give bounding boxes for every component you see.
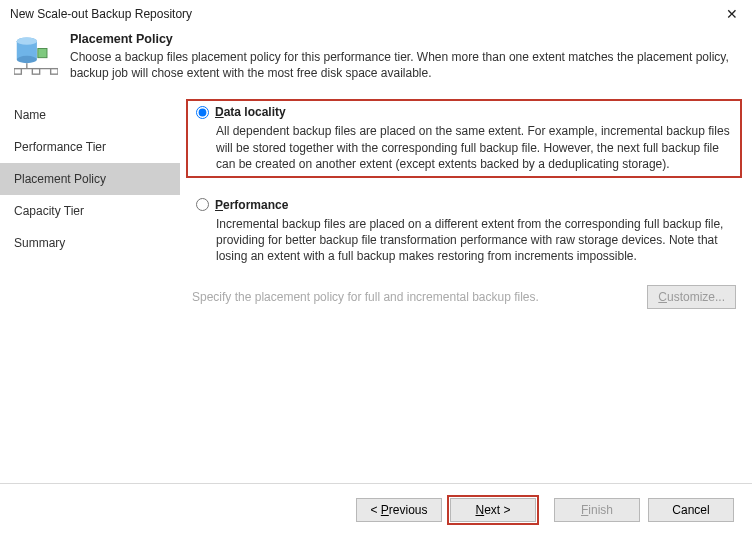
- svg-point-3: [17, 38, 37, 45]
- customize-button: Customize...: [647, 285, 736, 309]
- finish-button: Finish: [554, 498, 640, 522]
- previous-button[interactable]: < Previous: [356, 498, 442, 522]
- option-data-locality: Data locality All dependent backup files…: [186, 99, 742, 178]
- page-title: Placement Policy: [70, 32, 738, 46]
- window-title: New Scale-out Backup Repository: [10, 7, 192, 21]
- page-subtitle: Choose a backup files placement policy f…: [70, 49, 738, 81]
- cancel-button[interactable]: Cancel: [648, 498, 734, 522]
- sidebar-item-performance-tier[interactable]: Performance Tier: [0, 131, 180, 163]
- svg-rect-7: [14, 69, 21, 75]
- sidebar-item-summary[interactable]: Summary: [0, 227, 180, 259]
- svg-rect-4: [38, 49, 47, 58]
- data-locality-desc: All dependent backup files are placed on…: [216, 123, 730, 172]
- radio-data-locality-label[interactable]: Data locality: [215, 105, 286, 119]
- option-performance: Performance Incremental backup files are…: [186, 192, 742, 271]
- svg-rect-9: [51, 69, 58, 75]
- radio-performance-label[interactable]: Performance: [215, 198, 288, 212]
- wizard-sidebar: Name Performance Tier Placement Policy C…: [0, 95, 180, 483]
- sidebar-item-placement-policy[interactable]: Placement Policy: [0, 163, 180, 195]
- svg-rect-8: [32, 69, 39, 75]
- radio-data-locality[interactable]: [196, 106, 209, 119]
- repository-icon: [14, 32, 58, 76]
- radio-performance[interactable]: [196, 198, 209, 211]
- sidebar-item-capacity-tier[interactable]: Capacity Tier: [0, 195, 180, 227]
- spec-hint: Specify the placement policy for full an…: [192, 290, 539, 304]
- close-icon[interactable]: ✕: [722, 6, 742, 22]
- wizard-footer: < Previous Next > Finish Cancel: [0, 483, 752, 534]
- svg-point-2: [17, 56, 37, 63]
- next-button[interactable]: Next >: [450, 498, 536, 522]
- sidebar-item-name[interactable]: Name: [0, 99, 180, 131]
- performance-desc: Incremental backup files are placed on a…: [216, 216, 730, 265]
- content-pane: Data locality All dependent backup files…: [180, 95, 752, 483]
